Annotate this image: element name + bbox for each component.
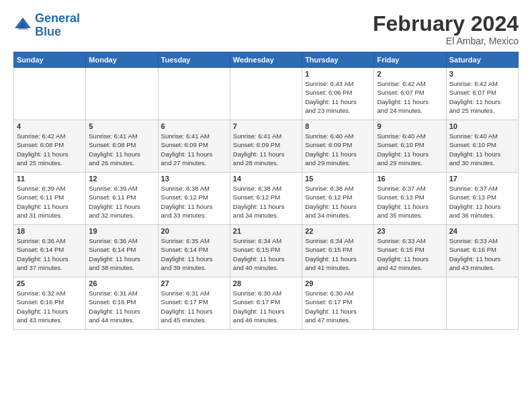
day-number: 26 [89, 279, 154, 287]
calendar-cell: 1Sunrise: 6:43 AM Sunset: 6:06 PM Daylig… [302, 68, 374, 120]
calendar-week-row: 1Sunrise: 6:43 AM Sunset: 6:06 PM Daylig… [14, 68, 519, 120]
calendar-cell: 27Sunrise: 6:31 AM Sunset: 6:17 PM Dayli… [158, 277, 230, 330]
calendar-cell: 25Sunrise: 6:32 AM Sunset: 6:16 PM Dayli… [14, 277, 86, 330]
calendar-cell: 29Sunrise: 6:30 AM Sunset: 6:17 PM Dayli… [302, 277, 374, 330]
day-info: Sunrise: 6:38 AM Sunset: 6:12 PM Dayligh… [161, 184, 227, 220]
calendar-cell: 26Sunrise: 6:31 AM Sunset: 6:16 PM Dayli… [86, 277, 158, 330]
weekday-header: Wednesday [230, 52, 302, 68]
logo-icon [13, 16, 32, 35]
calendar-cell: 24Sunrise: 6:33 AM Sunset: 6:16 PM Dayli… [446, 225, 518, 277]
day-info: Sunrise: 6:33 AM Sunset: 6:16 PM Dayligh… [449, 236, 515, 272]
day-info: Sunrise: 6:34 AM Sunset: 6:15 PM Dayligh… [305, 236, 371, 272]
day-info: Sunrise: 6:42 AM Sunset: 6:08 PM Dayligh… [17, 132, 83, 167]
calendar-cell: 7Sunrise: 6:41 AM Sunset: 6:09 PM Daylig… [230, 120, 302, 173]
calendar-cell: 2Sunrise: 6:42 AM Sunset: 6:07 PM Daylig… [374, 68, 446, 120]
day-info: Sunrise: 6:40 AM Sunset: 6:10 PM Dayligh… [377, 132, 443, 167]
weekday-header: Saturday [446, 52, 518, 68]
calendar-header-row: SundayMondayTuesdayWednesdayThursdayFrid… [14, 52, 519, 68]
day-info: Sunrise: 6:35 AM Sunset: 6:14 PM Dayligh… [161, 236, 227, 272]
day-number: 2 [377, 70, 443, 78]
day-number: 25 [17, 279, 83, 287]
weekday-header: Monday [86, 52, 158, 68]
day-number: 5 [89, 122, 154, 130]
title-block: February 2024 El Ambar, Mexico [373, 12, 519, 46]
day-info: Sunrise: 6:31 AM Sunset: 6:17 PM Dayligh… [161, 289, 227, 324]
logo: General Blue [13, 12, 80, 39]
calendar-cell: 6Sunrise: 6:41 AM Sunset: 6:09 PM Daylig… [158, 120, 230, 173]
day-number: 22 [305, 227, 371, 235]
day-number: 12 [89, 175, 154, 183]
calendar-cell [14, 68, 86, 120]
calendar-cell [158, 68, 230, 120]
header: General Blue February 2024 El Ambar, Mex… [13, 12, 519, 46]
day-number: 21 [233, 227, 299, 235]
day-info: Sunrise: 6:32 AM Sunset: 6:16 PM Dayligh… [17, 289, 83, 324]
day-number: 17 [449, 175, 515, 183]
day-number: 23 [377, 227, 443, 235]
day-number: 16 [377, 175, 443, 183]
weekday-header: Thursday [302, 52, 374, 68]
day-info: Sunrise: 6:42 AM Sunset: 6:07 PM Dayligh… [377, 79, 443, 115]
day-number: 15 [305, 175, 371, 183]
month-title: February 2024 [373, 12, 519, 36]
day-info: Sunrise: 6:40 AM Sunset: 6:09 PM Dayligh… [305, 132, 371, 167]
calendar-cell: 19Sunrise: 6:36 AM Sunset: 6:14 PM Dayli… [86, 225, 158, 277]
day-info: Sunrise: 6:33 AM Sunset: 6:15 PM Dayligh… [377, 236, 443, 272]
calendar-cell: 13Sunrise: 6:38 AM Sunset: 6:12 PM Dayli… [158, 173, 230, 225]
day-info: Sunrise: 6:39 AM Sunset: 6:11 PM Dayligh… [17, 184, 83, 220]
day-info: Sunrise: 6:38 AM Sunset: 6:12 PM Dayligh… [305, 184, 371, 220]
day-info: Sunrise: 6:42 AM Sunset: 6:07 PM Dayligh… [449, 79, 515, 115]
location: El Ambar, Mexico [373, 36, 519, 46]
day-number: 7 [233, 122, 299, 130]
day-info: Sunrise: 6:30 AM Sunset: 6:17 PM Dayligh… [233, 289, 299, 324]
day-number: 19 [89, 227, 154, 235]
calendar-cell: 14Sunrise: 6:38 AM Sunset: 6:12 PM Dayli… [230, 173, 302, 225]
weekday-header: Sunday [14, 52, 86, 68]
calendar-cell: 15Sunrise: 6:38 AM Sunset: 6:12 PM Dayli… [302, 173, 374, 225]
day-number: 11 [17, 175, 83, 183]
calendar-cell: 18Sunrise: 6:36 AM Sunset: 6:14 PM Dayli… [14, 225, 86, 277]
calendar-table: SundayMondayTuesdayWednesdayThursdayFrid… [13, 52, 519, 330]
day-info: Sunrise: 6:41 AM Sunset: 6:08 PM Dayligh… [89, 132, 154, 167]
calendar-cell: 8Sunrise: 6:40 AM Sunset: 6:09 PM Daylig… [302, 120, 374, 173]
day-number: 27 [161, 279, 227, 287]
calendar-cell [446, 277, 518, 330]
calendar-cell [230, 68, 302, 120]
day-number: 6 [161, 122, 227, 130]
calendar-cell: 5Sunrise: 6:41 AM Sunset: 6:08 PM Daylig… [86, 120, 158, 173]
calendar-cell: 4Sunrise: 6:42 AM Sunset: 6:08 PM Daylig… [14, 120, 86, 173]
day-info: Sunrise: 6:37 AM Sunset: 6:13 PM Dayligh… [377, 184, 443, 220]
calendar-cell: 12Sunrise: 6:39 AM Sunset: 6:11 PM Dayli… [86, 173, 158, 225]
weekday-header: Tuesday [158, 52, 230, 68]
calendar-cell: 21Sunrise: 6:34 AM Sunset: 6:15 PM Dayli… [230, 225, 302, 277]
day-info: Sunrise: 6:30 AM Sunset: 6:17 PM Dayligh… [305, 289, 371, 324]
day-number: 10 [449, 122, 515, 130]
day-number: 14 [233, 175, 299, 183]
day-info: Sunrise: 6:31 AM Sunset: 6:16 PM Dayligh… [89, 289, 154, 324]
calendar-cell: 16Sunrise: 6:37 AM Sunset: 6:13 PM Dayli… [374, 173, 446, 225]
day-number: 4 [17, 122, 83, 130]
day-info: Sunrise: 6:34 AM Sunset: 6:15 PM Dayligh… [233, 236, 299, 272]
day-info: Sunrise: 6:36 AM Sunset: 6:14 PM Dayligh… [89, 236, 154, 272]
logo-text: General Blue [35, 12, 80, 39]
weekday-header: Friday [374, 52, 446, 68]
day-number: 3 [449, 70, 515, 78]
day-number: 9 [377, 122, 443, 130]
day-number: 28 [233, 279, 299, 287]
calendar-week-row: 18Sunrise: 6:36 AM Sunset: 6:14 PM Dayli… [14, 225, 519, 277]
logo-line1: General [35, 11, 80, 25]
calendar-cell: 3Sunrise: 6:42 AM Sunset: 6:07 PM Daylig… [446, 68, 518, 120]
page: General Blue February 2024 El Ambar, Mex… [0, 0, 532, 411]
calendar-cell: 10Sunrise: 6:40 AM Sunset: 6:10 PM Dayli… [446, 120, 518, 173]
day-number: 24 [449, 227, 515, 235]
calendar-cell: 20Sunrise: 6:35 AM Sunset: 6:14 PM Dayli… [158, 225, 230, 277]
day-info: Sunrise: 6:41 AM Sunset: 6:09 PM Dayligh… [233, 132, 299, 167]
calendar-cell: 17Sunrise: 6:37 AM Sunset: 6:13 PM Dayli… [446, 173, 518, 225]
calendar-cell [374, 277, 446, 330]
calendar-week-row: 11Sunrise: 6:39 AM Sunset: 6:11 PM Dayli… [14, 173, 519, 225]
day-info: Sunrise: 6:37 AM Sunset: 6:13 PM Dayligh… [449, 184, 515, 220]
calendar-cell: 28Sunrise: 6:30 AM Sunset: 6:17 PM Dayli… [230, 277, 302, 330]
day-info: Sunrise: 6:43 AM Sunset: 6:06 PM Dayligh… [305, 79, 371, 115]
day-info: Sunrise: 6:39 AM Sunset: 6:11 PM Dayligh… [89, 184, 154, 220]
day-info: Sunrise: 6:41 AM Sunset: 6:09 PM Dayligh… [161, 132, 227, 167]
